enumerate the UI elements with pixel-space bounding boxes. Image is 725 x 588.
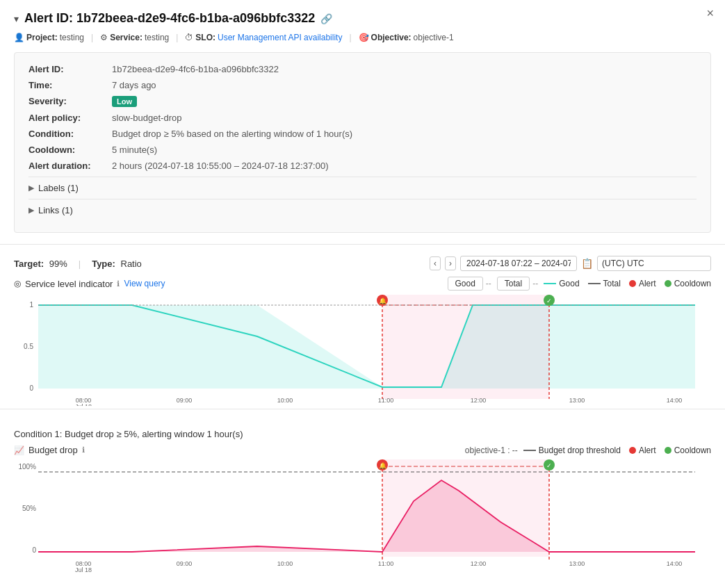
alert-title: Alert ID: 1b72beea-d2e9-4fc6-b1ba-a096bb… <box>24 11 315 26</box>
timezone-input[interactable] <box>597 256 711 271</box>
sli-chart-svg: 1 0.5 0 🔔 <box>14 295 711 406</box>
legend-cooldown-label: Cooldown <box>674 279 711 288</box>
type-label: Type: Ratio <box>92 259 142 269</box>
slo-icon: ⏱ <box>185 33 193 42</box>
budget-chart-svg: 100% 50% 0 🔔 <box>14 459 711 578</box>
svg-text:Jul 18: Jul 18 <box>75 566 92 573</box>
id-value: 1b72beea-d2e9-4fc6-b1ba-a096bbfc3322 <box>112 64 279 74</box>
svg-text:✓: ✓ <box>546 297 552 304</box>
svg-text:✓: ✓ <box>546 462 552 469</box>
objective-value: objective-1 <box>414 33 454 42</box>
meta-row: 👤 Project: testing | ⚙ Service: testing … <box>14 33 711 42</box>
objective-filter-label: objective-1 : -- <box>465 446 518 455</box>
labels-label: Labels (1) <box>38 183 79 193</box>
slo-link[interactable]: User Management API availability <box>218 33 342 42</box>
service-value: testing <box>145 33 169 42</box>
time-label: Time: <box>28 80 112 90</box>
chart1-legend: Good Total Alert Cooldown <box>544 279 711 288</box>
svg-text:0: 0 <box>29 384 33 392</box>
legend-alert-label-2: Alert <box>639 446 656 455</box>
meta-sep-1: | <box>91 33 93 42</box>
good-filter-button[interactable]: Good <box>448 277 483 291</box>
objective-icon: 🎯 <box>359 33 369 42</box>
labels-row[interactable]: ▶ Labels (1) <box>28 177 697 199</box>
date-range-input[interactable] <box>460 256 577 271</box>
policy-value: slow-budget-drop <box>112 113 181 123</box>
duration-label: Alert duration: <box>28 161 112 171</box>
legend-alert-dot-2 <box>629 447 636 454</box>
policy-label: Alert policy: <box>28 113 112 123</box>
link-icon[interactable]: 🔗 <box>320 13 332 24</box>
meta-sep-3: | <box>349 33 351 42</box>
svg-text:12:00: 12:00 <box>471 560 487 567</box>
condition-section: Condition 1: Budget drop ≥ 5%, alerting … <box>0 420 725 578</box>
svg-text:1: 1 <box>29 301 33 309</box>
view-query-link[interactable]: View query <box>124 279 165 288</box>
svg-text:13:00: 13:00 <box>569 397 585 404</box>
meta-sep-2: | <box>176 33 178 42</box>
service-icon: ⚙ <box>100 33 108 42</box>
condition-value: Budget drop ≥ 5% based on the alerting w… <box>112 129 352 139</box>
severity-label: Severity: <box>28 96 112 106</box>
next-date-button[interactable]: › <box>445 256 456 270</box>
legend-alert-dot <box>629 280 636 287</box>
chevron-down-icon[interactable]: ▾ <box>14 13 19 24</box>
svg-text:11:00: 11:00 <box>378 560 394 567</box>
slo-label: SLO: <box>195 33 215 42</box>
severity-badge: Low <box>112 96 137 107</box>
total-filter-button[interactable]: Total <box>497 277 530 291</box>
alert-detail-box: Alert ID: 1b72beea-d2e9-4fc6-b1ba-a096bb… <box>14 52 711 233</box>
sli-chart-wrapper: 1 0.5 0 🔔 <box>14 295 711 406</box>
legend-threshold-line <box>523 450 536 451</box>
legend-cooldown-dot-2 <box>665 447 671 454</box>
good-filter-group: Good -- <box>448 277 491 291</box>
objective-label: Objective: <box>371 33 412 42</box>
total-filter-group: Total -- <box>497 277 538 291</box>
sli-icon: ◎ <box>14 279 21 288</box>
cooldown-value: 5 minute(s) <box>112 145 157 155</box>
target-label: Target: 99% <box>14 259 67 269</box>
info-icon-2[interactable]: ℹ <box>82 446 85 455</box>
svg-text:14:00: 14:00 <box>667 560 683 567</box>
condition-legend-row: 📈 Budget drop ℹ objective-1 : -- Budget … <box>14 445 711 455</box>
legend-threshold-label: Budget drop threshold <box>539 446 621 455</box>
info-icon[interactable]: ℹ <box>117 279 120 288</box>
prev-date-button[interactable]: ‹ <box>430 256 441 270</box>
alert-title-row: ▾ Alert ID: 1b72beea-d2e9-4fc6-b1ba-a096… <box>14 11 711 26</box>
links-row[interactable]: ▶ Links (1) <box>28 199 697 221</box>
section-divider <box>0 244 725 245</box>
chart-icon: 📈 <box>14 446 24 455</box>
svg-text:🔔: 🔔 <box>379 297 387 305</box>
condition-title: Condition 1: Budget drop ≥ 5%, alerting … <box>14 429 711 439</box>
project-label: Project: <box>26 33 58 42</box>
legend-good-label: Good <box>559 279 579 288</box>
svg-text:09:00: 09:00 <box>177 397 193 404</box>
calendar-icon[interactable]: 📋 <box>581 258 593 269</box>
chart-target-row: Target: 99% | Type: Ratio ‹ › 📋 <box>14 256 711 271</box>
time-value: 7 days ago <box>112 80 156 90</box>
id-label: Alert ID: <box>28 64 112 74</box>
good-sep: -- <box>486 279 491 288</box>
project-person-icon: 👤 <box>14 33 24 42</box>
svg-text:12:00: 12:00 <box>471 397 487 404</box>
cooldown-label: Cooldown: <box>28 145 112 155</box>
legend-total-line <box>588 283 601 284</box>
svg-text:09:00: 09:00 <box>177 560 193 567</box>
svg-text:🔔: 🔔 <box>379 462 387 470</box>
sli-chart-section: Target: 99% | Type: Ratio ‹ › 📋 ◎ Servic… <box>0 256 725 406</box>
svg-text:50%: 50% <box>22 505 36 512</box>
close-button[interactable]: × <box>706 7 714 19</box>
section-divider-2 <box>0 409 725 409</box>
chevron-right-icon: ▶ <box>28 183 34 193</box>
legend-cooldown-dot <box>665 280 671 287</box>
legend-cooldown-label-2: Cooldown <box>674 446 711 455</box>
svg-text:10:00: 10:00 <box>277 397 293 404</box>
svg-text:0.5: 0.5 <box>24 343 33 350</box>
svg-text:0: 0 <box>32 546 36 554</box>
chevron-right-icon-2: ▶ <box>28 206 34 215</box>
svg-text:Jul 18: Jul 18 <box>75 403 92 406</box>
svg-text:10:00: 10:00 <box>277 560 293 567</box>
svg-text:13:00: 13:00 <box>569 560 585 567</box>
svg-rect-14 <box>14 459 711 578</box>
budget-chart-wrapper: 100% 50% 0 🔔 <box>14 459 711 578</box>
